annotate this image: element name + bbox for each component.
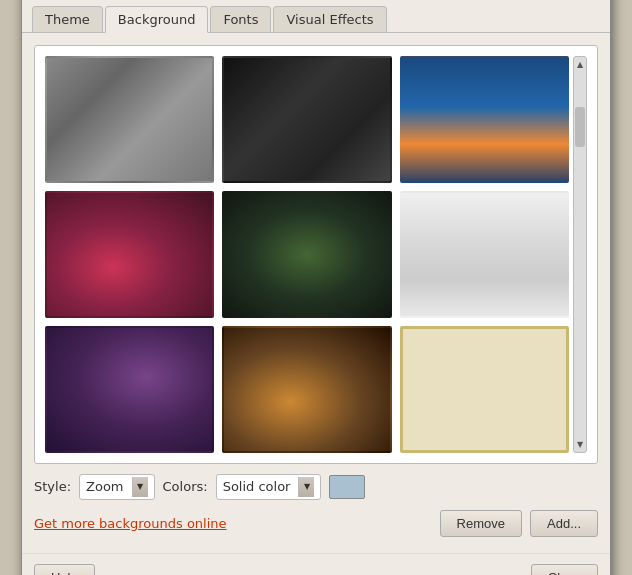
- colors-dropdown-arrow[interactable]: ▼: [298, 477, 314, 497]
- scroll-down-button[interactable]: ▼: [573, 438, 587, 452]
- tab-fonts[interactable]: Fonts: [210, 6, 271, 32]
- scrollbar[interactable]: ▲ ▼: [573, 56, 587, 453]
- thumbnail-warm-bokeh[interactable]: [222, 326, 391, 453]
- background-grid-container: ▲ ▼: [34, 45, 598, 464]
- thumbnail-gray-sheet[interactable]: [400, 191, 569, 318]
- colors-dropdown[interactable]: Solid color ▼: [216, 474, 322, 500]
- tabs-bar: Theme Background Fonts Visual Effects: [22, 0, 610, 33]
- add-button[interactable]: Add...: [530, 510, 598, 537]
- remove-button[interactable]: Remove: [440, 510, 522, 537]
- thumbnail-red-bokeh[interactable]: [45, 191, 214, 318]
- thumbnail-orange-flower[interactable]: [400, 326, 569, 453]
- thumbnail-flower[interactable]: [222, 56, 391, 183]
- thumbnail-purple[interactable]: [45, 326, 214, 453]
- actions-row: Get more backgrounds online Remove Add..…: [34, 510, 598, 537]
- style-colors-row: Style: Zoom ▼ Colors: Solid color ▼: [34, 474, 598, 500]
- scroll-thumb[interactable]: [575, 107, 585, 147]
- more-backgrounds-link[interactable]: Get more backgrounds online: [34, 516, 227, 531]
- footer-row: Help Close: [22, 553, 610, 575]
- thumbnail-green-bokeh[interactable]: [222, 191, 391, 318]
- style-label: Style:: [34, 479, 71, 494]
- scroll-up-button[interactable]: ▲: [573, 57, 587, 71]
- content-area: ▲ ▼ Style: Zoom ▼ Colors: Solid color ▼ …: [22, 33, 610, 549]
- colors-value: Solid color: [223, 479, 291, 494]
- style-dropdown-arrow[interactable]: ▼: [132, 477, 148, 497]
- style-value: Zoom: [86, 479, 123, 494]
- appearance-preferences-window: × Appearance Preferences Theme Backgroun…: [21, 0, 611, 575]
- colors-label: Colors:: [163, 479, 208, 494]
- color-swatch[interactable]: [329, 475, 365, 499]
- style-dropdown[interactable]: Zoom ▼: [79, 474, 154, 500]
- thumbnail-sunset[interactable]: [400, 56, 569, 183]
- tab-visual-effects[interactable]: Visual Effects: [273, 6, 386, 32]
- background-grid: [45, 56, 569, 453]
- tab-theme[interactable]: Theme: [32, 6, 103, 32]
- close-button[interactable]: Close: [531, 564, 598, 575]
- thumbnail-rocks[interactable]: [45, 56, 214, 183]
- help-button[interactable]: Help: [34, 564, 95, 575]
- tab-background[interactable]: Background: [105, 6, 209, 33]
